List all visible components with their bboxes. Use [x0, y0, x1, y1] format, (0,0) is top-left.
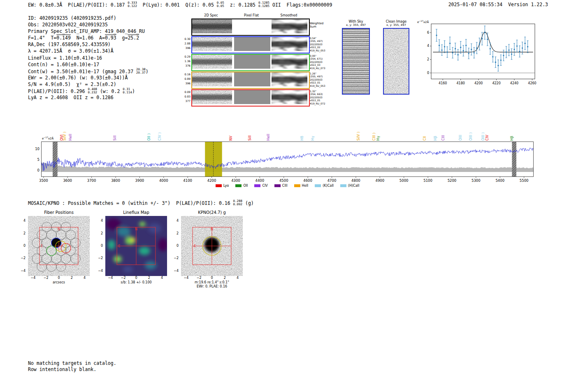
full-spectrum-plot — [41, 141, 534, 178]
cutout-2dspec-cell — [192, 37, 232, 51]
cutout-right-label: 1.32"(354, 663)20220503v022_01419_RU_072 — [310, 90, 342, 105]
cutout-2dspec-cell — [192, 90, 232, 104]
line-fit-plot: 0246416041804200422042404260e−17x2Å — [416, 18, 540, 89]
fiber-y-tick: 0 — [16, 244, 26, 248]
mosaic-kpno-summary: MOSAIC/KPNO : Possible Matches = 0 (with… — [28, 200, 254, 207]
signal-band-overlay — [272, 55, 307, 69]
spectrum-legend: LyαOIICIVCIIIHeII(K)CaII(H)CaII — [41, 184, 534, 188]
svg-text:OIII: OIII — [458, 135, 462, 141]
spectrum-y-tick: 0 — [33, 168, 39, 172]
with-sky-image — [342, 28, 370, 95]
cutout-row — [191, 54, 310, 71]
header-stat-frac-1: 0.3330.122 — [128, 1, 137, 8]
legend-swatch — [235, 184, 242, 187]
info-3: 0.93 — [105, 35, 116, 41]
report-version: Version 1.22.3 — [508, 2, 548, 7]
cutout-col-header-2: Smoothed — [272, 14, 305, 17]
lineflux-y-tick: 4 — [94, 219, 103, 223]
footer-line-2: Row intentionally blank. — [28, 366, 116, 373]
spectrum-x-tick: 5000 — [397, 179, 411, 183]
fiber-y-ticks: −4−2024 — [16, 216, 26, 276]
fiber-positions-image: NE — [28, 216, 90, 276]
cutout-left-label: 0.16 — [182, 73, 190, 76]
sub: 0.232 — [88, 91, 97, 94]
info-5: 25.2 — [128, 35, 139, 41]
cutout-left-label: 396 — [182, 46, 190, 50]
kpno-x-tick: 0 — [208, 276, 216, 280]
spectrum-x-tick: 4100 — [180, 179, 195, 183]
fiber-y-tick: −2 — [16, 256, 26, 260]
fiber-x-tick: 2 — [67, 276, 76, 280]
kpno-y-tick: −4 — [170, 269, 179, 273]
spectrum-x-tick: 4600 — [300, 179, 315, 183]
cutout-left-label: 2.88 — [182, 42, 190, 45]
info-0: ID: 4020919235 (4020919235.pdf) — [28, 15, 116, 21]
report-datetime: 2025-01-07 08:55:34 — [448, 2, 503, 7]
cutout-smoothed-cell — [272, 72, 307, 86]
svg-text:OII ): OII ) — [147, 133, 151, 141]
svg-text:SiIV ): SiIV ) — [63, 132, 67, 141]
kpno-x-label-2: EWr: 0. PLAE: 0.16 — [177, 285, 247, 288]
spectrum-x-tick: 3600 — [60, 179, 75, 183]
info-line-2: Primary Spec_Slot_IFU_AMP: 419_040_046_R… — [28, 28, 149, 35]
with-sky-coords: x, y: 355, 497 — [341, 23, 371, 27]
svg-text:N: N — [135, 227, 137, 231]
clean-image-title: Clean Image — [382, 20, 411, 23]
cutout-right-label-line: 20220503 — [310, 43, 342, 46]
cutout-pixelflat-cell — [234, 72, 270, 86]
spectrum-y-tick: 10 — [33, 147, 39, 151]
spectrum-x-tick: 5500 — [517, 179, 532, 183]
cutout-right-label-line: 419_RU_053 — [310, 84, 342, 87]
info-0: Primary Spec_Slot_IFU_AMP: 419_040_046_R… — [28, 28, 145, 34]
kpno-image: NE — [181, 216, 243, 276]
spectrum-x-tick: 4800 — [348, 179, 363, 183]
spectrum-x-tick: 3800 — [108, 179, 123, 183]
cutout-right-label-line: 0.54" — [310, 37, 342, 39]
info-0: λ = 4207.15Å σ = 3.09(±1.34)Å — [28, 48, 114, 54]
cutout-right-label-line: 419_RU_073 — [310, 67, 342, 70]
svg-text:NV: NV — [229, 136, 233, 141]
fiber-x-ticks: −4−2024 — [28, 276, 90, 280]
spectrum-x-ticks: 3500360037003800390040004100420043004400… — [41, 179, 534, 183]
cutout-right-label-line: Sum — [310, 25, 342, 28]
kpno-x-tick: 4 — [234, 276, 242, 280]
lineflux-y-tick: 2 — [94, 232, 103, 235]
svg-text:HeII: HeII — [266, 134, 270, 141]
info-1: 0.149 — [56, 35, 71, 41]
cutout-grid: 2D SpecPixel FlatSmoothedWeightedSum0.30… — [182, 14, 343, 108]
cutout-smoothed-cell — [272, 37, 307, 51]
legend-label: (H)CaII — [348, 184, 359, 188]
cutout-right-label: WeightedSum — [310, 22, 342, 28]
header-stat-frac-3: 0.050.05 — [217, 1, 224, 8]
info-2: N=1.06 A= — [71, 35, 105, 41]
legend-label: CIV — [262, 184, 267, 188]
cutout-pixelflat-cell — [234, 55, 270, 69]
svg-text:N: N — [58, 227, 60, 231]
info-line-0: ID: 4020919235 (4020919235.pdf) — [28, 15, 149, 22]
svg-text:Hγ: Hγ — [311, 136, 315, 141]
signal-band-overlay — [272, 37, 307, 51]
info-0: Cont(n) = 1.60(±0.10)e-17 — [28, 62, 99, 67]
legend-label: Lyα — [223, 184, 229, 188]
legend-label: OII — [243, 184, 248, 188]
clean-image-noise-texture — [384, 29, 409, 94]
cutout-left-label: 0.83 — [182, 95, 190, 98]
detection-info-block: ID: 4020919235 (4020919235.pdf)Obs: 2022… — [28, 15, 149, 101]
info-0: LineFlux = 1.10(±0.41)e-16 — [28, 55, 102, 61]
lineflux-y-tick: −2 — [94, 256, 103, 260]
lineflux-map-title: Lineflux Map — [105, 210, 167, 215]
legend-swatch — [340, 184, 346, 187]
svg-text:E: E — [118, 244, 120, 248]
spectrum-x-tick: 3700 — [84, 179, 99, 183]
clean-image-panel: Clean Image x, y: 355, 497 — [382, 20, 411, 95]
info-0: LyA z = 2.4608 OII z = 0.1286 — [28, 95, 114, 100]
cutout-right-label: 0.95"(354, 671)20220503v022_03419_RU_073 — [310, 54, 342, 70]
info-frac-1: 20.3820.37 — [136, 68, 146, 75]
lineflux-y-ticks: −4−2024 — [93, 216, 104, 276]
svg-text:Hβ: Hβ — [510, 136, 514, 141]
legend-swatch — [294, 184, 300, 187]
header-meta: 2025-01-07 08:55:34 Version 1.22.3 — [448, 2, 548, 7]
cutout-row — [191, 72, 310, 89]
svg-text:4: 4 — [427, 44, 429, 48]
svg-text:CIII: CIII — [441, 135, 445, 141]
